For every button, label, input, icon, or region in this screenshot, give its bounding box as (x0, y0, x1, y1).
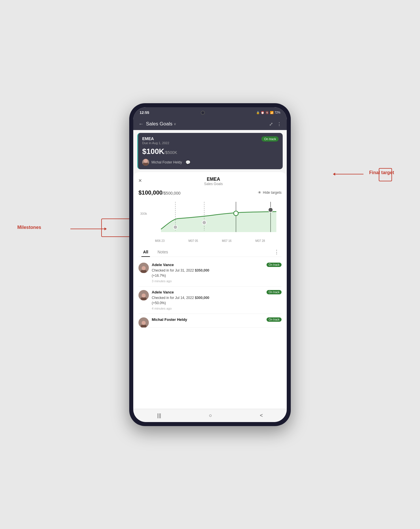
lock-icon: 🔒 (256, 111, 260, 114)
activity-badge-3: On track (267, 317, 282, 322)
tabs-menu-icon[interactable]: ⋮ (272, 248, 282, 256)
back-nav-button[interactable]: < (260, 413, 263, 419)
modal-subtitle: Sales Goals (145, 182, 282, 186)
tab-all[interactable]: All (138, 247, 153, 257)
emea-person-name: Michal Foster Heldy (151, 160, 182, 164)
chart-label-2: M07 05 (188, 239, 198, 242)
activity-content-1: Adele Vance On track Checked in for Jul … (152, 263, 282, 283)
camera-dot (201, 111, 205, 115)
activity-list: Adele Vance On track Checked in for Jul … (138, 259, 282, 328)
nav-action-icons: ⤢ ⋮ (269, 121, 282, 127)
menu-icon[interactable]: ⋮ (277, 121, 282, 127)
activity-badge-2: On track (267, 290, 282, 294)
svg-point-7 (234, 211, 238, 216)
main-amount: $100,000/$500,000 (138, 189, 181, 196)
phone-screen: 12:55 🔒 ⏰ 🔇 📶 72% ← Sales Goals ∨ (133, 107, 287, 422)
alarm-icon: ⏰ (261, 111, 264, 114)
title-chevron-icon[interactable]: ∨ (174, 122, 176, 126)
emea-due-date: Due in Aug 1, 2022 (142, 141, 169, 145)
recent-apps-button[interactable]: ||| (157, 413, 161, 419)
home-button[interactable]: ○ (209, 413, 212, 419)
chart-label-3: M07 16 (222, 239, 231, 242)
close-button[interactable]: × (138, 177, 142, 184)
activity-desc-2: Checked in for Jul 14, 2022 $300,000 (+5… (152, 295, 282, 306)
svg-point-8 (268, 208, 273, 212)
chat-icon[interactable]: 💬 (185, 160, 190, 165)
sound-icon: 🔇 (265, 111, 269, 114)
battery-label: 72% (275, 111, 280, 114)
svg-point-5 (173, 225, 177, 229)
amount-row: $100,000/$500,000 👁 Hide targets (138, 189, 282, 196)
activity-content-2: Adele Vance On track Checked in for Jul … (152, 290, 282, 310)
activity-item-2: Adele Vance On track Checked in for Jul … (138, 287, 282, 314)
activity-time-1: 3 minutes ago (152, 279, 282, 283)
phone-device: 12:55 🔒 ⏰ 🔇 📶 72% ← Sales Goals ∨ (129, 103, 291, 426)
activity-item-1: Adele Vance On track Checked in for Jul … (138, 259, 282, 287)
modal-title-block: EMEA Sales Goals (145, 177, 282, 186)
activity-name-2: Adele Vance (152, 290, 174, 294)
emea-on-track-badge: On track (261, 136, 279, 142)
nav-title: Sales Goals ∨ (146, 121, 267, 127)
status-bar: 12:55 🔒 ⏰ 🔇 📶 72% (133, 107, 287, 118)
modal-panel: × EMEA Sales Goals $100,000/$500,000 👁 H… (133, 172, 287, 409)
activity-badge-1: On track (267, 263, 282, 267)
status-time: 12:55 (140, 110, 149, 115)
eye-off-icon: 👁 (258, 191, 261, 195)
activity-desc-1: Checked in for Jul 31, 2022 $350,000 (+1… (152, 268, 282, 278)
annotation-milestones: Milestones (17, 225, 41, 230)
annotation-final-target: Final target (369, 170, 394, 175)
emea-amount: $100K/$500K (142, 147, 279, 156)
chart-container: 300k (137, 199, 283, 245)
activity-item-3: Michal Foster Heldy On track (138, 314, 282, 328)
activity-name-3: Michal Foster Heldy (152, 317, 187, 322)
avatar-adele-1 (138, 263, 149, 273)
tabs-row: All Notes ⋮ (138, 247, 282, 257)
back-button[interactable]: ← (138, 121, 144, 127)
svg-text:300k: 300k (140, 212, 147, 215)
milestones-arrow (70, 229, 105, 229)
goal-chart: 300k (137, 199, 283, 239)
status-icons: 🔒 ⏰ 🔇 📶 72% (256, 111, 280, 114)
bottom-navigation: ||| ○ < (133, 409, 287, 422)
modal-title: EMEA (145, 177, 282, 182)
emea-card-title: EMEA (142, 136, 169, 141)
modal-header: × EMEA Sales Goals (138, 177, 282, 186)
chart-label-4: M07 28 (255, 239, 265, 242)
hide-targets-button[interactable]: 👁 Hide targets (258, 191, 282, 195)
emea-background-card[interactable]: EMEA Due in Aug 1, 2022 On track $100K/$… (137, 133, 283, 169)
avatar-adele-2 (138, 290, 149, 300)
expand-icon[interactable]: ⤢ (269, 121, 273, 127)
top-navigation: ← Sales Goals ∨ ⤢ ⋮ (133, 118, 287, 130)
wifi-icon: 📶 (270, 111, 273, 114)
avatar-michal (138, 317, 149, 328)
activity-name-1: Adele Vance (152, 263, 174, 267)
svg-point-6 (202, 221, 206, 225)
activity-content-3: Michal Foster Heldy On track (152, 317, 282, 324)
chart-label-1: M06 23 (155, 239, 164, 242)
emea-avatar (142, 159, 149, 166)
activity-time-2: 4 minutes ago (152, 307, 282, 310)
tab-notes[interactable]: Notes (153, 247, 173, 257)
final-target-arrow (335, 174, 363, 174)
chart-x-labels: M06 23 M07 05 M07 16 M07 28 (137, 239, 283, 242)
